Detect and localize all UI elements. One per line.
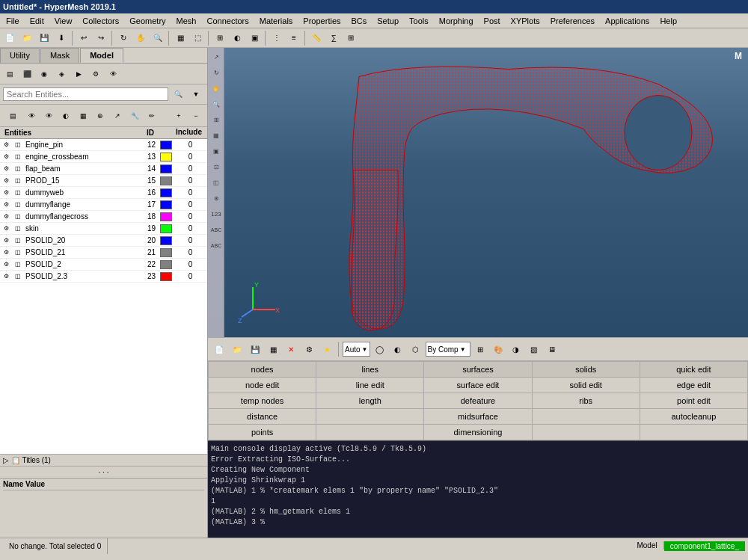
save-btn[interactable]: 💾 — [36, 30, 52, 46]
import-btn[interactable]: ⬇ — [53, 30, 70, 46]
lp-btn-4[interactable]: ◈ — [53, 66, 70, 82]
calc-btn[interactable]: ∑ — [325, 30, 342, 46]
vp-display-btn[interactable]: ◑ — [508, 341, 524, 357]
table-row[interactable]: ⚙ ◫ Engine_pin 12 0 — [0, 139, 207, 151]
new-btn[interactable]: 📄 — [1, 30, 18, 46]
vp-monitor-btn[interactable]: 🖥 — [544, 341, 560, 357]
mesh-cell-3-2[interactable]: midsurface — [424, 409, 532, 425]
table-row[interactable]: ⚙ ◫ PSOLID_2.3 23 0 — [0, 271, 207, 283]
mesh-cell-1-1[interactable]: line edit — [316, 378, 424, 393]
vp-cube-btn[interactable]: ⬡ — [408, 341, 424, 357]
menu-setup[interactable]: Setup — [373, 15, 403, 27]
plus-btn[interactable]: ⊞ — [343, 30, 359, 46]
vp-rotate-btn[interactable]: ↻ — [209, 65, 224, 80]
menu-mesh[interactable]: Mesh — [172, 15, 201, 27]
tab-model[interactable]: Model — [80, 48, 123, 63]
vp-shape-btn[interactable]: ◯ — [372, 341, 388, 357]
vp-views-btn[interactable]: ⊞ — [472, 341, 488, 357]
mesh-ctrl2-btn[interactable]: ≡ — [286, 30, 302, 46]
vp-color-btn[interactable]: 🎨 — [490, 341, 506, 357]
menu-materials[interactable]: Materials — [255, 15, 298, 27]
measure-btn[interactable]: 📏 — [308, 30, 325, 46]
vp-btn7[interactable]: ⊡ — [209, 159, 224, 174]
vp-open-btn[interactable]: 📁 — [229, 341, 245, 357]
mesh-cell-3-3[interactable] — [533, 409, 640, 425]
menu-xyplots[interactable]: XYPlots — [506, 15, 545, 27]
vp-layer-btn[interactable]: ▧ — [526, 341, 542, 357]
menu-post[interactable]: Post — [479, 15, 505, 27]
lp-btn-3[interactable]: ◉ — [36, 66, 52, 82]
viewport[interactable]: ↗ ↻ ✋ 🔍 ⊞ ▦ ▣ ⊡ ◫ ⊛ 123 ABC ABC M — [208, 48, 748, 337]
vp-star-btn[interactable]: ★ — [319, 341, 335, 357]
mesh-cell-2-1[interactable]: length — [316, 393, 424, 409]
menu-preferences[interactable]: Preferences — [546, 15, 599, 27]
mesh-cell-4-3[interactable] — [533, 425, 640, 440]
zoom-btn[interactable]: 🔍 — [150, 30, 166, 46]
vp-btn5[interactable]: ▦ — [209, 128, 224, 143]
menu-properties[interactable]: Properties — [298, 15, 345, 27]
mesh-cell-0-1[interactable]: lines — [316, 362, 424, 378]
et-minus-btn[interactable]: − — [188, 108, 204, 124]
search-input[interactable] — [3, 87, 168, 101]
tab-utility[interactable]: Utility — [0, 48, 40, 63]
menu-view[interactable]: View — [50, 15, 77, 27]
mesh-cell-0-3[interactable]: solids — [533, 362, 640, 378]
table-row[interactable]: ⚙ ◫ dummyflangecross 18 0 — [0, 211, 207, 223]
vp-btn10[interactable]: 123 — [209, 206, 224, 221]
titles-toggle[interactable]: ▷ — [3, 456, 11, 464]
mesh-cell-3-1[interactable] — [316, 409, 424, 425]
table-row[interactable]: ⚙ ◫ PSOLID_2 22 0 — [0, 259, 207, 271]
vp-shape2-btn[interactable]: ◐ — [390, 341, 406, 357]
mesh-cell-0-2[interactable]: surfaces — [424, 362, 532, 378]
et-btn-4[interactable]: ◐ — [58, 108, 74, 124]
vp-pan-btn[interactable]: ✋ — [209, 81, 224, 96]
table-row[interactable]: ⚙ ◫ PSOLID_20 20 0 — [0, 235, 207, 247]
fit-btn[interactable]: ⊞ — [212, 30, 228, 46]
mesh-cell-2-4[interactable]: point edit — [640, 393, 748, 409]
lp-btn-2[interactable]: ⬛ — [19, 66, 35, 82]
et-btn-7[interactable]: 🔧 — [126, 108, 143, 124]
mesh-cell-1-2[interactable]: surface edit — [424, 378, 532, 393]
vp-select-btn[interactable]: ↗ — [209, 49, 224, 64]
wire-btn[interactable]: ▣ — [246, 30, 263, 46]
lp-btn-7[interactable]: 👁 — [105, 66, 121, 82]
mesh-cell-0-4[interactable]: quick edit — [640, 362, 748, 378]
lp-btn-6[interactable]: ⚙ — [88, 66, 104, 82]
redo-btn[interactable]: ↪ — [93, 30, 109, 46]
mesh-cell-4-1[interactable] — [316, 425, 424, 440]
undo-btn[interactable]: ↩ — [76, 30, 92, 46]
mesh-cell-3-0[interactable]: distance — [209, 409, 316, 425]
mesh-cell-4-4[interactable] — [640, 425, 748, 440]
mesh-cell-0-0[interactable]: nodes — [209, 362, 316, 378]
menu-morphing[interactable]: Morphing — [435, 15, 478, 27]
table-row[interactable]: ⚙ ◫ dummyweb 16 0 — [0, 187, 207, 199]
open-btn[interactable]: 📁 — [19, 30, 35, 46]
et-btn-3[interactable]: 👁 — [40, 108, 57, 124]
mesh-cell-4-2[interactable]: dimensioning — [424, 425, 532, 440]
mesh-cell-2-0[interactable]: temp nodes — [209, 393, 316, 409]
rotate-btn[interactable]: ↻ — [115, 30, 132, 46]
vp-mesh-btn[interactable]: ▦ — [265, 341, 281, 357]
mesh-cell-2-3[interactable]: ribs — [533, 393, 640, 409]
mesh-cell-3-4[interactable]: autocleanup — [640, 409, 748, 425]
menu-collectors[interactable]: Collectors — [78, 15, 123, 27]
et-plus-btn[interactable]: + — [171, 108, 187, 124]
vp-abc2-btn[interactable]: ABC — [209, 238, 224, 253]
view1-btn[interactable]: ▦ — [172, 30, 188, 46]
vp-save-btn[interactable]: 💾 — [247, 341, 263, 357]
vp-fit-btn[interactable]: ⊞ — [209, 112, 224, 127]
search-options-btn[interactable]: ▼ — [188, 86, 204, 102]
menu-applications[interactable]: Applications — [601, 15, 654, 27]
mesh-cell-4-0[interactable]: points — [209, 425, 316, 440]
table-row[interactable]: ⚙ ◫ PROD_15 15 0 — [0, 175, 207, 187]
table-row[interactable]: ⚙ ◫ flap_beam 14 0 — [0, 163, 207, 175]
vp-del-btn[interactable]: ✕ — [283, 341, 299, 357]
bycomp-dropdown[interactable]: By Comp ▼ — [426, 342, 470, 357]
vp-abc-btn[interactable]: ABC — [209, 222, 224, 237]
mesh-ctrl-btn[interactable]: ⋮ — [269, 30, 285, 46]
menu-bcs[interactable]: BCs — [347, 15, 372, 27]
et-btn-select[interactable]: ↗ — [109, 108, 126, 124]
vp-btn9[interactable]: ⊛ — [209, 191, 224, 206]
vp-btn6[interactable]: ▣ — [209, 144, 224, 159]
menu-geometry[interactable]: Geometry — [125, 15, 170, 27]
